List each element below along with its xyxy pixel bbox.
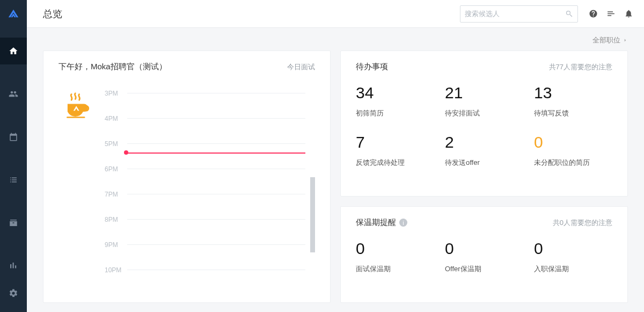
stat-number: 13 <box>534 85 612 101</box>
topbar: 总览 <box>27 0 644 28</box>
warm-note: 共0人需要您的注意 <box>553 218 612 228</box>
time-row: 7PM <box>105 182 305 207</box>
stat-label: 反馈完成待处理 <box>356 158 434 168</box>
nav-stats[interactable] <box>0 252 27 279</box>
greeting-text: 下午好，Moka招聘官（测试） <box>58 62 167 72</box>
sidebar <box>0 0 27 312</box>
current-time-line <box>126 153 305 154</box>
time-gridline <box>127 143 305 144</box>
stat-item[interactable]: 34初筛简历 <box>356 85 434 118</box>
time-gridline <box>127 93 305 93</box>
all-positions-text: 全部职位 <box>592 35 620 45</box>
help-icon[interactable] <box>589 9 598 18</box>
todo-card: 待办事项 共77人需要您的注意 34初筛简历21待安排面试13待填写反馈7反馈完… <box>340 50 628 197</box>
today-interview-link[interactable]: 今日面试 <box>287 62 315 72</box>
stat-item[interactable]: 13待填写反馈 <box>534 85 612 118</box>
stat-item[interactable]: 7反馈完成待处理 <box>356 134 434 168</box>
stat-item[interactable]: 21待安排面试 <box>445 85 523 118</box>
time-row: 10PM <box>105 257 305 282</box>
page-title: 总览 <box>43 8 62 20</box>
time-row: 4PM <box>105 106 305 131</box>
top-icons <box>589 9 633 18</box>
nav-archive[interactable] <box>0 209 27 236</box>
nav-list[interactable] <box>0 166 27 193</box>
nav-home[interactable] <box>0 38 27 64</box>
coffee-icon <box>62 91 93 125</box>
time-label: 5PM <box>105 140 127 148</box>
time-gridline <box>127 244 305 245</box>
time-label: 9PM <box>105 241 127 249</box>
scrollbar[interactable] <box>310 81 315 292</box>
search-input[interactable] <box>465 10 562 18</box>
stat-number: 7 <box>356 134 434 150</box>
stat-label: 面试保温期 <box>356 264 434 274</box>
stat-number: 0 <box>534 134 612 150</box>
stat-label: 初筛简历 <box>356 108 434 118</box>
timeline[interactable]: 3PM4PM5PM6PM7PM8PM9PM10PM <box>105 81 315 292</box>
stat-number: 0 <box>356 241 434 257</box>
stat-item[interactable]: 0面试保温期 <box>356 241 434 274</box>
stat-number: 0 <box>445 241 523 257</box>
stat-number: 34 <box>356 85 434 101</box>
time-row: 6PM <box>105 156 305 182</box>
svg-rect-0 <box>67 117 85 118</box>
time-label: 6PM <box>105 165 127 173</box>
time-gridline <box>127 219 305 220</box>
all-positions-link[interactable]: 全部职位 <box>592 35 628 45</box>
bell-icon[interactable] <box>624 9 633 18</box>
warm-title: 保温期提醒 <box>356 217 396 228</box>
stat-item[interactable]: 0入职保温期 <box>534 241 612 274</box>
time-row: 3PM <box>105 81 305 106</box>
schedule-card: 下午好，Moka招聘官（测试） 今日面试 <box>43 50 331 303</box>
stat-label: 待安排面试 <box>445 108 523 118</box>
search-icon[interactable] <box>565 10 573 18</box>
stat-label: 入职保温期 <box>534 264 612 274</box>
stat-item[interactable]: 2待发送offer <box>445 134 523 168</box>
time-label: 10PM <box>105 266 127 274</box>
stat-label: 待填写反馈 <box>534 108 612 118</box>
time-gridline <box>127 169 305 169</box>
time-label: 8PM <box>105 216 127 223</box>
todo-note: 共77人需要您的注意 <box>549 62 612 72</box>
time-gridline <box>127 270 305 270</box>
search-box[interactable] <box>460 5 578 23</box>
stat-label: 待发送offer <box>445 158 523 168</box>
time-label: 3PM <box>105 90 127 97</box>
nav-people[interactable] <box>0 81 27 107</box>
stat-item[interactable]: 0Offer保温期 <box>445 241 523 274</box>
time-label: 4PM <box>105 115 127 122</box>
time-gridline <box>127 118 305 119</box>
stat-number: 2 <box>445 134 523 150</box>
stat-label: 未分配职位的简历 <box>534 158 612 168</box>
chevron-right-icon <box>623 38 628 43</box>
nav-settings[interactable] <box>0 280 27 307</box>
nav-calendar[interactable] <box>0 124 27 150</box>
stat-number: 0 <box>534 241 612 257</box>
time-gridline <box>127 194 305 194</box>
time-row: 8PM <box>105 207 305 232</box>
stat-number: 21 <box>445 85 523 101</box>
time-label: 7PM <box>105 191 127 198</box>
warm-card: 保温期提醒 i 共0人需要您的注意 0面试保温期0Offer保温期0入职保温期 <box>340 206 628 303</box>
stat-item[interactable]: 0未分配职位的简历 <box>534 134 612 168</box>
stat-label: Offer保温期 <box>445 264 523 274</box>
info-icon[interactable]: i <box>399 219 407 227</box>
todo-title: 待办事项 <box>356 62 388 72</box>
logo <box>0 0 27 27</box>
time-row: 9PM <box>105 232 305 257</box>
menu-icon[interactable] <box>606 9 616 18</box>
scrollbar-thumb[interactable] <box>310 177 315 252</box>
